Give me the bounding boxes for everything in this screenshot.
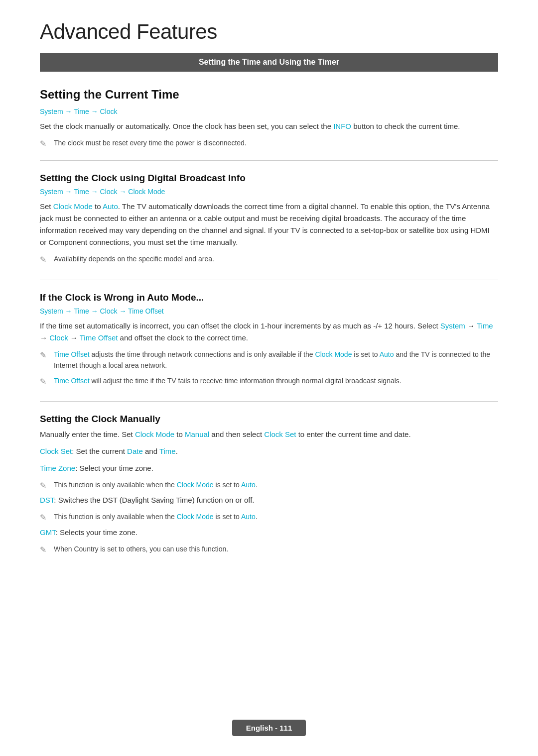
note-manually-1: This function is only available when the…: [40, 479, 498, 490]
manual-ref: Manual: [185, 430, 209, 438]
time-offset-ref: Time Offset: [80, 333, 118, 342]
clock-mode-note3-link: Clock Mode: [177, 513, 214, 521]
note-digital: Availability depends on the specific mod…: [40, 253, 498, 264]
footer: English - 111: [0, 720, 538, 736]
clock-mode-manual-ref: Clock Mode: [135, 430, 174, 438]
time-offset-note2-link: Time Offset: [54, 377, 90, 385]
time-ref: Time: [477, 322, 493, 330]
auto-note2-link: Auto: [241, 481, 256, 489]
body-text-manually: Manually enter the time. Set Clock Mode …: [40, 429, 498, 440]
time-offset-note1-link: Time Offset: [54, 350, 90, 358]
gmt-line: GMT: Selects your time zone.: [40, 527, 498, 539]
clock-mode-note1-link: Clock Mode: [315, 350, 352, 358]
time-zone-line: Time Zone: Select your time zone.: [40, 462, 498, 474]
body-text-current-time: Set the clock manually or automatically.…: [40, 120, 498, 132]
breadcrumb-digital: System → Time → Clock → Clock Mode: [40, 188, 498, 196]
section-title-current-time: Setting the Current Time: [40, 88, 498, 102]
section-setting-current-time: Setting the Current Time System → Time →…: [40, 88, 498, 148]
clock-set-link: Clock Set: [40, 447, 72, 455]
subsection-title-clock-wrong: If the Clock is Wrong in Auto Mode...: [40, 292, 498, 303]
dst-line: DST: Switches the DST (Daylight Saving T…: [40, 494, 498, 506]
time-zone-link: Time Zone: [40, 464, 75, 472]
note-current-time: The clock must be reset every time the p…: [40, 137, 498, 148]
section-header-bar: Setting the Time and Using the Timer: [40, 53, 498, 72]
subsection-title-manually: Setting the Clock Manually: [40, 414, 498, 425]
note-manually-3: When Country is set to others, you can u…: [40, 543, 498, 554]
dst-link: DST: [40, 496, 54, 504]
breadcrumb-current-time: System → Time → Clock: [40, 108, 498, 115]
body-text-clock-wrong: If the time set automatically is incorre…: [40, 320, 498, 344]
auto-note3-link: Auto: [241, 513, 256, 521]
clock-set-ref: Clock Set: [264, 430, 296, 438]
auto-ref1: Auto: [103, 202, 118, 211]
section-clock-manually: Setting the Clock Manually Manually ente…: [40, 414, 498, 554]
clock-set-line: Clock Set: Set the current Date and Time…: [40, 445, 498, 457]
note-clock-wrong-1: Time Offset adjusts the time through net…: [40, 349, 498, 371]
clock-mode-ref1: Clock Mode: [53, 202, 93, 211]
clock-mode-note2-link: Clock Mode: [177, 481, 214, 489]
clock-mode-link: Clock Mode: [128, 188, 165, 196]
footer-badge: English - 111: [232, 720, 306, 736]
info-link: INFO: [333, 122, 351, 130]
clock-ref: Clock: [49, 333, 68, 342]
page-title: Advanced Features: [40, 20, 498, 44]
subsection-title-digital: Setting the Clock using Digital Broadcas…: [40, 173, 498, 184]
section-digital-broadcast: Setting the Clock using Digital Broadcas…: [40, 173, 498, 264]
note-clock-wrong-2: Time Offset will adjust the time if the …: [40, 375, 498, 386]
body-text-digital: Set Clock Mode to Auto. The TV automatic…: [40, 201, 498, 248]
section-clock-wrong: If the Clock is Wrong in Auto Mode... Sy…: [40, 292, 498, 386]
breadcrumb-clock-wrong: System → Time → Clock → Time Offset: [40, 307, 498, 315]
date-ref: Date: [127, 447, 143, 455]
gmt-link: GMT: [40, 528, 56, 537]
auto-note1-link: Auto: [380, 350, 394, 358]
time-ref2: Time: [159, 447, 176, 455]
note-manually-2: This function is only available when the…: [40, 511, 498, 522]
system-ref: System: [440, 322, 465, 330]
